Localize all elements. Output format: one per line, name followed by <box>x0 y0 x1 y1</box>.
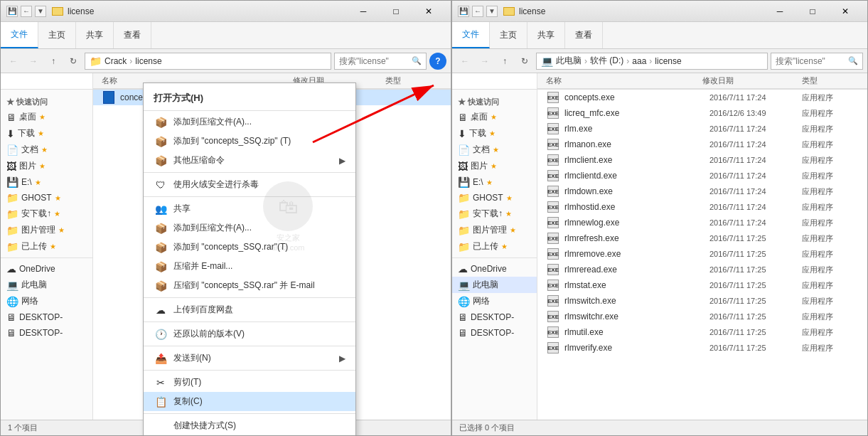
ctx-add-concepts-zip[interactable]: 📦 添加到 "concepts_SSQ.zip" (T) <box>144 132 355 151</box>
maximize-button-left[interactable]: □ <box>380 1 412 22</box>
sidebar-onedrive-left[interactable]: ☁OneDrive <box>1 261 92 277</box>
address-bar-right[interactable]: 💻 此电脑 › 软件 (D:) › aaa › license <box>536 53 768 70</box>
file-item-right-7[interactable]: EXE rlmhostid.exe 2016/7/11 17:24 应用程序 <box>537 199 867 215</box>
search-input-left[interactable] <box>339 56 412 66</box>
help-button-left[interactable]: ? <box>429 53 446 70</box>
tab-file-right[interactable]: 文件 <box>452 22 490 48</box>
save-icon-right[interactable]: 💾 <box>458 6 469 17</box>
file-date-right-2: 2016/7/11 17:24 <box>709 124 802 133</box>
sidebar-thispc-left[interactable]: 💻此电脑 <box>1 277 92 293</box>
sidebar-desktop1-right[interactable]: 🖥DESKTOP- <box>452 309 537 325</box>
sidebar-desktop2-right[interactable]: 🖥DESKTOP- <box>452 325 537 341</box>
sidebar-onedrive-right[interactable]: ☁OneDrive <box>452 261 537 277</box>
tab-share-left[interactable]: 共享 <box>76 22 114 48</box>
sidebar-item-pics-left[interactable]: 🖼图片★ <box>1 158 92 174</box>
ctx-upload-baidu[interactable]: ☁ 上传到百度网盘 <box>144 300 355 319</box>
sidebar-network-right[interactable]: 🌐网络 <box>452 293 537 309</box>
ctx-antivirus[interactable]: 🛡 使用火绒安全进行杀毒 <box>144 175 355 194</box>
sidebar-item-pics-right[interactable]: 🖼图片★ <box>452 158 537 174</box>
sidebar-item-picmgr-left[interactable]: 📁图片管理★ <box>1 222 92 238</box>
ctx-compress-email[interactable]: 📦 压缩并 E-mail... <box>144 257 355 276</box>
sidebar-item-anload-right[interactable]: 📁安下载↑★ <box>452 206 537 222</box>
tab-file-left[interactable]: 文件 <box>1 22 38 48</box>
search-box-left[interactable]: 🔍 <box>334 53 427 70</box>
save-icon[interactable]: 💾 <box>6 6 18 17</box>
file-item-right-14[interactable]: EXE rlmswitchr.exe 2016/7/11 17:25 应用程序 <box>537 309 867 324</box>
back-button-left[interactable]: ← <box>5 53 22 70</box>
ctx-compress-rar-email[interactable]: 📦 压缩到 "concepts_SSQ.rar" 并 E-mail <box>144 276 355 295</box>
ctx-copy[interactable]: 📋 复制(C) <box>144 392 355 411</box>
sidebar-desktop1-left[interactable]: 🖥DESKTOP- <box>1 309 92 325</box>
sidebar-item-ghost-right[interactable]: 📁GHOST★ <box>452 190 537 206</box>
file-name-right-0: concepts.exe <box>564 92 709 102</box>
minimize-button-left[interactable]: ─ <box>347 1 380 22</box>
sidebar-thispc-right[interactable]: 💻此电脑 <box>452 277 537 293</box>
close-button-left[interactable]: ✕ <box>412 1 445 22</box>
back-button-right[interactable]: ← <box>456 53 473 70</box>
file-item-right-0[interactable]: EXE concepts.exe 2016/7/11 17:24 应用程序 <box>537 90 867 105</box>
up-button-left[interactable]: ↑ <box>45 53 62 70</box>
sidebar-item-e-right[interactable]: 💾E:\★ <box>452 174 537 190</box>
tab-home-left[interactable]: 主页 <box>38 22 76 48</box>
search-input-right[interactable] <box>776 56 848 66</box>
ctx-send-to[interactable]: 📤 发送到(N) ▶ <box>144 349 355 368</box>
ctx-create-shortcut[interactable]: 创建快捷方式(S) <box>144 416 355 435</box>
sidebar-desktop2-left[interactable]: 🖥DESKTOP- <box>1 325 92 341</box>
file-item-right-1[interactable]: EXE licreq_mfc.exe 2016/12/6 13:49 应用程序 <box>537 105 867 121</box>
back-icon-title[interactable]: ← <box>21 6 32 17</box>
maximize-button-right[interactable]: □ <box>796 1 829 22</box>
exe-icon-5: EXE <box>547 170 559 181</box>
sidebar-item-download-left[interactable]: ⬇下载★ <box>1 125 92 142</box>
file-item-right-12[interactable]: EXE rlmstat.exe 2016/7/11 17:25 应用程序 <box>537 277 867 293</box>
ctx-share[interactable]: 👥 共享 <box>144 199 355 218</box>
minimize-button-right[interactable]: ─ <box>763 1 796 22</box>
forward-button-left[interactable]: → <box>25 53 42 70</box>
file-item-right-16[interactable]: EXE rlmverify.exe 2016/7/11 17:25 应用程序 <box>537 340 867 356</box>
forward-button-right[interactable]: → <box>476 53 493 70</box>
file-name-right-13: rlmswitch.exe <box>564 296 709 306</box>
file-item-right-2[interactable]: EXE rlm.exe 2016/7/11 17:24 应用程序 <box>537 121 867 137</box>
tab-view-left[interactable]: 查看 <box>114 22 151 48</box>
sidebar-item-download-right[interactable]: ⬇下载★ <box>452 125 537 142</box>
address-bar-left[interactable]: 📁 Crack › license <box>85 53 331 70</box>
sidebar-item-docs-left[interactable]: 📄文档★ <box>1 142 92 158</box>
file-item-right-4[interactable]: EXE rlmclient.exe 2016/7/11 17:24 应用程序 <box>537 152 867 168</box>
sidebar-item-docs-right[interactable]: 📄文档★ <box>452 142 537 158</box>
file-item-right-5[interactable]: EXE rlmclientd.exe 2016/7/11 17:24 应用程序 <box>537 168 867 184</box>
sidebar-network-left[interactable]: 🌐网络 <box>1 293 92 309</box>
down-icon-title[interactable]: ▼ <box>35 6 46 17</box>
crumb-license-left: license <box>135 56 161 66</box>
ctx-add-zip-file[interactable]: 📦 添加到压缩文件(A)... <box>144 112 355 132</box>
file-item-right-11[interactable]: EXE rlmreread.exe 2016/7/11 17:25 应用程序 <box>537 262 867 277</box>
up-button-right[interactable]: ↑ <box>496 53 513 70</box>
ctx-other-compress[interactable]: 📦 其他压缩命令 ▶ <box>144 151 355 170</box>
sidebar-item-desktop-left[interactable]: 🖥桌面★ <box>1 109 92 125</box>
ctx-cut[interactable]: ✂ 剪切(T) <box>144 373 355 392</box>
ctx-restore-version[interactable]: 🕐 还原以前的版本(V) <box>144 324 355 344</box>
file-item-right-13[interactable]: EXE rlmswitch.exe 2016/7/11 17:25 应用程序 <box>537 293 867 309</box>
ctx-add-rar[interactable]: 📦 添加到 "concepts_SSQ.rar"(T) <box>144 238 355 257</box>
search-box-right[interactable]: 🔍 <box>771 53 863 70</box>
tab-home-right[interactable]: 主页 <box>490 22 527 48</box>
refresh-button-left[interactable]: ↻ <box>65 53 82 70</box>
tab-share-right[interactable]: 共享 <box>527 22 565 48</box>
file-item-right-3[interactable]: EXE rlmanon.exe 2016/7/11 17:24 应用程序 <box>537 137 867 152</box>
down-icon-title-right[interactable]: ▼ <box>486 6 498 17</box>
sidebar-item-anload-left[interactable]: 📁安下载↑★ <box>1 206 92 222</box>
sidebar-item-e-left[interactable]: 💾E:\★ <box>1 174 92 190</box>
file-item-right-15[interactable]: EXE rlmutil.exe 2016/7/11 17:25 应用程序 <box>537 324 867 340</box>
file-item-right-9[interactable]: EXE rlmrefresh.exe 2016/7/11 17:25 应用程序 <box>537 230 867 246</box>
sidebar-item-uploaded-right[interactable]: 📁已上传★ <box>452 238 537 255</box>
file-item-right-8[interactable]: EXE rlmnewlog.exe 2016/7/11 17:24 应用程序 <box>537 215 867 230</box>
close-button-right[interactable]: ✕ <box>829 1 862 22</box>
sidebar-item-desktop-right[interactable]: 🖥桌面★ <box>452 109 537 125</box>
ctx-add-zip-file-2[interactable]: 📦 添加到压缩文件(A)... <box>144 218 355 238</box>
back-icon-title-right[interactable]: ← <box>472 6 483 17</box>
refresh-button-right[interactable]: ↻ <box>516 53 533 70</box>
tab-view-right[interactable]: 查看 <box>565 22 603 48</box>
sidebar-item-uploaded-left[interactable]: 📁已上传★ <box>1 238 92 255</box>
sidebar-item-ghost-left[interactable]: 📁GHOST★ <box>1 190 92 206</box>
file-item-right-10[interactable]: EXE rlmremove.exe 2016/7/11 17:25 应用程序 <box>537 246 867 262</box>
sidebar-item-picmgr-right[interactable]: 📁图片管理★ <box>452 222 537 238</box>
file-item-right-6[interactable]: EXE rlmdown.exe 2016/7/11 17:24 应用程序 <box>537 184 867 199</box>
